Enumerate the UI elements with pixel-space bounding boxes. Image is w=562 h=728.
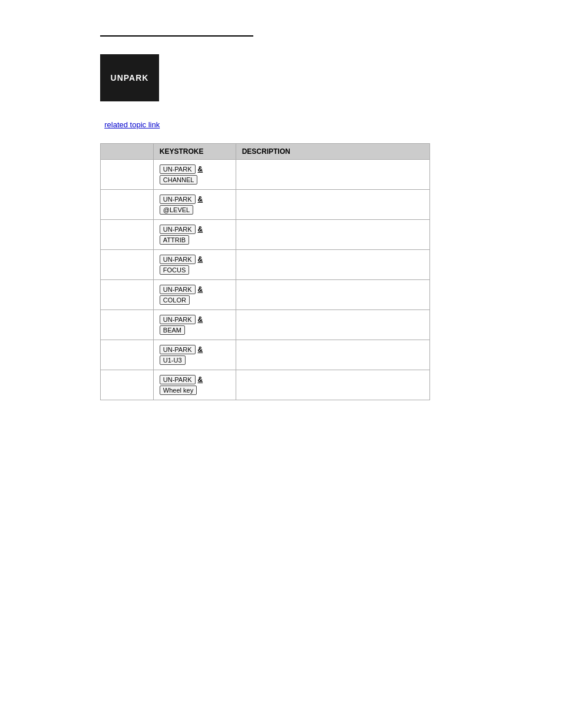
row-desc-1 <box>236 159 429 189</box>
table-row: UN-PARK & Wheel key <box>101 370 430 400</box>
row-desc-2 <box>236 189 429 219</box>
key-op-4: & <box>198 255 203 263</box>
row-keys-5: UN-PARK & COLOR <box>153 279 236 309</box>
key-wheelkey: Wheel key <box>160 386 197 395</box>
key-op-3: & <box>198 225 203 233</box>
table-section: KEYSTROKE DESCRIPTION UN-PARK & CHANNEL <box>100 143 515 400</box>
key-unpark-6: UN-PARK <box>160 315 196 324</box>
row-keys-2: UN-PARK & @LEVEL <box>153 189 236 219</box>
row-id-8 <box>101 370 154 400</box>
key-atlevel: @LEVEL <box>160 205 193 215</box>
key-op-2: & <box>198 195 203 203</box>
row-id-7 <box>101 340 154 370</box>
col-header-3: DESCRIPTION <box>236 143 429 159</box>
description-line1 <box>100 120 103 129</box>
row-id-1 <box>101 159 154 189</box>
row-id-6 <box>101 309 154 340</box>
unpark-button[interactable]: UNPARK <box>100 54 159 101</box>
key-channel: CHANNEL <box>160 175 198 185</box>
table-row: UN-PARK & ATTRIB <box>101 219 430 249</box>
key-beam: BEAM <box>160 325 185 335</box>
page-container: UNPARK related topic link KEYSTROKE DESC… <box>0 0 562 728</box>
row-desc-7 <box>236 340 429 370</box>
row-keys-8: UN-PARK & Wheel key <box>153 370 236 400</box>
row-id-4 <box>101 249 154 279</box>
row-desc-4 <box>236 249 429 279</box>
table-row: UN-PARK & @LEVEL <box>101 189 430 219</box>
key-u1u3: U1-U3 <box>160 355 186 365</box>
key-unpark-3: UN-PARK <box>160 225 196 234</box>
row-keys-6: UN-PARK & BEAM <box>153 309 236 340</box>
row-desc-3 <box>236 219 429 249</box>
col-header-2: KEYSTROKE <box>153 143 236 159</box>
row-keys-3: UN-PARK & ATTRIB <box>153 219 236 249</box>
row-id-3 <box>101 219 154 249</box>
row-id-5 <box>101 279 154 309</box>
key-op-6: & <box>198 315 203 324</box>
key-unpark-1: UN-PARK <box>160 164 196 174</box>
key-op-7: & <box>198 345 203 354</box>
row-id-2 <box>101 189 154 219</box>
table-row: UN-PARK & U1-U3 <box>101 340 430 370</box>
key-color: COLOR <box>160 295 190 305</box>
key-focus: FOCUS <box>160 265 190 275</box>
table-row: UN-PARK & CHANNEL <box>101 159 430 189</box>
row-desc-5 <box>236 279 429 309</box>
table-header-row: KEYSTROKE DESCRIPTION <box>101 143 430 159</box>
key-op-1: & <box>198 165 203 173</box>
description-link[interactable]: related topic link <box>104 120 160 129</box>
row-keys-4: UN-PARK & FOCUS <box>153 249 236 279</box>
row-desc-6 <box>236 309 429 340</box>
table-row: UN-PARK & BEAM <box>101 309 430 340</box>
key-unpark-4: UN-PARK <box>160 255 196 264</box>
table-row: UN-PARK & COLOR <box>101 279 430 309</box>
key-attrib: ATTRIB <box>160 235 189 245</box>
key-op-8: & <box>198 375 203 384</box>
description-text: related topic link <box>100 119 513 131</box>
table-row: UN-PARK & FOCUS <box>101 249 430 279</box>
unpark-button-label: UNPARK <box>111 73 149 83</box>
key-unpark-2: UN-PARK <box>160 195 196 204</box>
unpark-button-container: UNPARK <box>100 54 515 101</box>
key-unpark-5: UN-PARK <box>160 285 196 294</box>
key-unpark-8: UN-PARK <box>160 375 196 384</box>
row-keys-1: UN-PARK & CHANNEL <box>153 159 236 189</box>
col-header-1 <box>101 143 154 159</box>
key-unpark-7: UN-PARK <box>160 345 196 354</box>
row-keys-7: UN-PARK & U1-U3 <box>153 340 236 370</box>
row-desc-8 <box>236 370 429 400</box>
commands-table: KEYSTROKE DESCRIPTION UN-PARK & CHANNEL <box>100 143 430 400</box>
key-op-5: & <box>198 285 203 294</box>
section-divider <box>100 35 253 37</box>
